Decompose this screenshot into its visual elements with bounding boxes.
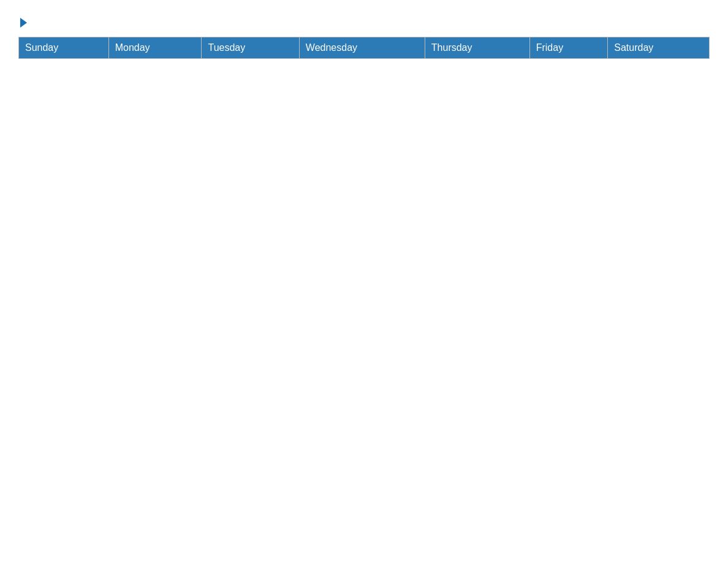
calendar-table: SundayMondayTuesdayWednesdayThursdayFrid… <box>18 37 710 59</box>
logo-arrow-icon <box>20 18 27 28</box>
calendar-header-row: SundayMondayTuesdayWednesdayThursdayFrid… <box>19 37 710 59</box>
calendar-day-header: Sunday <box>19 37 109 59</box>
calendar-day-header: Saturday <box>608 37 710 59</box>
calendar-day-header: Friday <box>529 37 608 59</box>
calendar-day-header: Thursday <box>425 37 529 59</box>
page-header <box>18 12 710 27</box>
calendar-day-header: Wednesday <box>299 37 425 59</box>
calendar-day-header: Tuesday <box>202 37 299 59</box>
logo <box>18 17 27 27</box>
calendar-day-header: Monday <box>108 37 202 59</box>
